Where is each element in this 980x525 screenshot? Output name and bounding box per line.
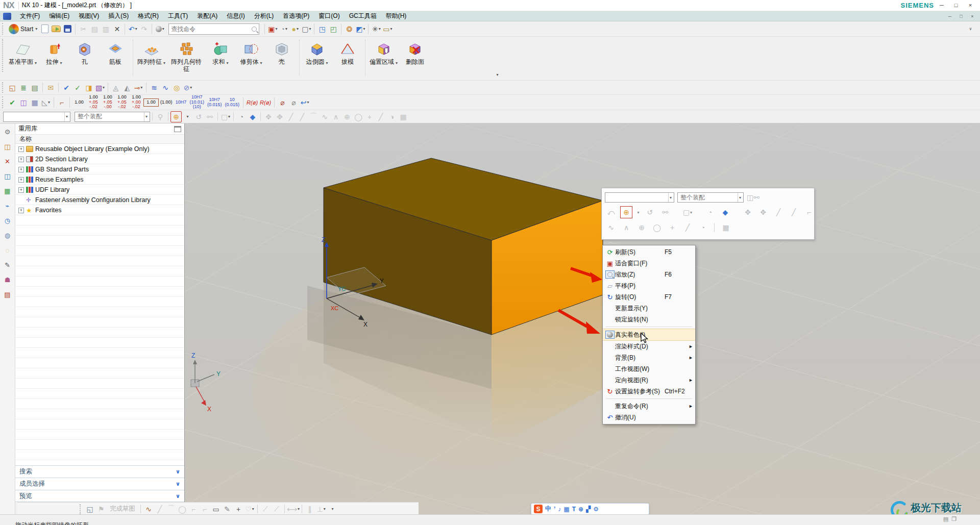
polyline-icon[interactable]: ∿ [605,221,617,234]
ribbon-button-offset-region[interactable]: 偏置区域▾ [368,39,400,68]
dim-fit-value[interactable]: 10H7 [174,100,188,105]
menu-gc-toolbox[interactable]: GC工具箱 [345,11,381,21]
close-button[interactable]: × [964,1,977,10]
menu-analysis[interactable]: 分析(L) [250,11,279,21]
dim-tolerance[interactable]: 1.00+.05-.02 [115,95,129,110]
point-snap-button[interactable]: ⊕ [341,111,353,122]
new-file-button[interactable] [39,23,51,35]
ribbon-button-draft[interactable]: 拔模 [332,39,363,66]
selection-scope-combo[interactable]: 整个装配▾ [75,112,150,122]
section-member-select[interactable]: 成员选择 ∨ [15,478,184,490]
grid-lock-button[interactable]: ▦ [29,97,40,108]
rotate-pattern-button[interactable]: ✥ [274,111,285,122]
menu-file[interactable]: 文件(F) [15,11,44,21]
shaded-view-button[interactable]: ●▾ [289,23,301,35]
snap-filter-button[interactable]: ⊕ [170,111,182,122]
undo-button[interactable]: ↶▾ [127,23,138,35]
circle-snap-button[interactable]: ◯ [353,111,364,122]
ime-keyboard-button[interactable]: ▦ [564,506,569,513]
flip-arrow-button[interactable]: ↩▾ [299,97,310,108]
profile-tool-button[interactable]: ∿ [143,504,154,515]
ime-punctuation-button[interactable]: ’ [554,506,555,513]
chevron-down-icon[interactable]: ∨ [176,468,180,475]
circle-tool-button[interactable]: ◯ [177,504,188,515]
dim-fit-tolerance[interactable]: 10(0.015) [224,97,241,107]
rotate-handles-icon[interactable]: ✥ [757,206,769,218]
finish-sketch-flag-icon[interactable]: ⚑ [95,504,107,515]
examine-geometry-button[interactable]: ✔ [61,82,72,93]
point-tool-button[interactable]: + [233,504,244,515]
ime-skin-button[interactable]: T [572,506,576,513]
dimension-hand-button[interactable]: ⊸▾ [133,82,144,93]
tree-item-2d-section-library[interactable]: + 2D Section Library [15,154,184,164]
menu-item-zoom[interactable]: 缩放(Z)F6 [603,269,695,280]
line-tool-button[interactable]: ╱ [154,504,165,515]
manufacturing-wizard-icon[interactable]: ✎ [3,260,13,270]
dim-tolerance[interactable]: 1.00+.05-.02 [86,95,101,110]
arc-icon[interactable]: ∧ [620,221,632,234]
toolbar-options-button[interactable]: ∨ [965,23,976,35]
verify-feature-button[interactable]: ✓ [72,82,83,93]
filter-dropdown-button[interactable]: ▾ [182,111,193,122]
menu-assemblies[interactable]: 装配(A) [192,11,222,21]
circle-center-icon[interactable]: ⊕ [635,221,648,234]
status-clipboard-icon[interactable]: ▤ [943,516,948,522]
roles-person-icon[interactable]: ☗ [3,274,13,285]
cut-button[interactable]: ✂ [78,23,89,35]
tree-item-fastener-assembly[interactable]: ✛ Fastener Assembly Configuration Librar… [15,195,184,205]
dim-tolerance[interactable]: 1.00+.05-.00 [101,95,115,110]
sketch-toolbar-options-button[interactable]: ▾ [327,504,338,515]
menu-insert[interactable]: 插入(S) [104,11,133,21]
dim-reference-value[interactable]: (1.00) [159,100,174,105]
dropdown-icon[interactable]: ▾ [35,60,37,67]
dropdown-icon[interactable]: ▾ [635,206,641,218]
annotation-note-button[interactable]: ✉ [45,82,56,93]
float-filter-combo[interactable]: ▾ [605,192,674,203]
menu-view[interactable]: 视图(V) [74,11,104,21]
shaded-solid-button[interactable]: ◔ [236,111,247,122]
ribbon-button-extrude[interactable]: 拉伸▾ [39,39,69,68]
ime-emoji-button[interactable]: ⊕ [578,506,583,513]
command-search-input[interactable] [171,26,252,33]
dim-value[interactable]: 1.00 [72,100,86,105]
history-palette-icon[interactable]: ◷ [3,215,13,226]
dropdown-icon[interactable]: ▾ [163,60,165,67]
copy-button[interactable]: ▤ [89,23,100,35]
menu-item-lock-rotation[interactable]: 锁定旋转(N) [603,314,695,325]
move-pattern-button[interactable]: ✥ [263,111,274,122]
move-handles-icon[interactable]: ✥ [742,206,754,218]
toolbar-handle[interactable] [2,82,5,93]
system-materials-icon[interactable]: ◍ [3,230,13,240]
export-part-button[interactable]: ◳ [316,23,328,35]
ribbon-button-shell[interactable]: 壳 [266,39,297,66]
display-mode-button[interactable]: ◔▾ [278,23,289,35]
washer-tool-button[interactable]: ◎ [171,82,182,93]
dropdown-icon[interactable]: ▾ [260,60,262,67]
ribbon-options-button[interactable]: ▾ [492,69,503,80]
delete-button[interactable]: ✕ [111,23,122,35]
geometric-constraints-button[interactable]: ∥ [304,504,315,515]
ribbon-button-trim-body[interactable]: 修剪体▾ [236,39,266,68]
doc-close-button[interactable]: × [967,12,978,20]
menu-help[interactable]: 帮助(H) [381,11,411,21]
system-scenes-icon[interactable]: ▤ [3,289,13,299]
assembly-check-button[interactable]: ◫ [18,97,29,108]
arc-center-snap-button[interactable]: ∧ [330,111,341,122]
search-icon[interactable] [252,27,257,32]
expand-icon[interactable]: + [18,208,24,213]
rotate-selection-button[interactable]: ↺ [193,111,204,122]
menu-item-orient-view[interactable]: 定向视图(R) ► [603,374,695,386]
ribbon-button-hole[interactable]: 孔 [69,39,100,66]
angle-tool-button[interactable]: ◺▾ [40,97,52,108]
paste-button[interactable]: ▥ [100,23,111,35]
ime-toolbox-button[interactable]: ▞ [586,506,591,513]
curve-hook-icon[interactable]: ⌐ [803,206,815,218]
constraint-navigator-icon[interactable]: ✕ [3,156,13,166]
expand-icon[interactable]: + [18,177,24,183]
polyline-snap-button[interactable]: ∿ [319,111,330,122]
pattern-curve-button[interactable]: ♡▾ [244,504,255,515]
text-style-button[interactable]: ▧▾ [94,82,106,93]
maximize-button[interactable]: □ [949,1,963,10]
reuse-library-icon[interactable]: ▦ [3,186,13,196]
toolbar-handle[interactable] [80,504,82,514]
